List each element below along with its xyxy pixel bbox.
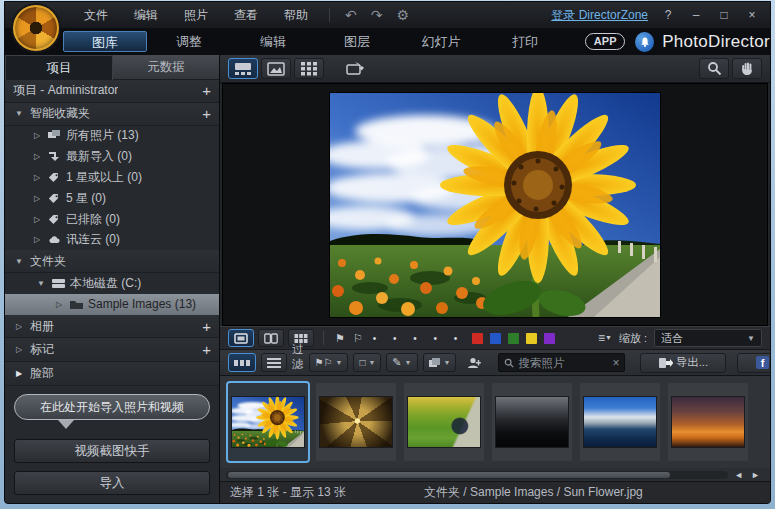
star-rating-dots[interactable]: • • • • • <box>373 333 465 344</box>
video-snapshot-button[interactable]: 视频截图快手 <box>14 439 210 463</box>
expander-closed-icon[interactable]: ▷ <box>13 322 25 331</box>
thumbnail-sun-flower[interactable] <box>228 383 308 461</box>
rating-filter-dropdown[interactable]: □▼ <box>353 353 381 372</box>
export-button[interactable]: 导出... <box>640 353 726 373</box>
tab-adjustment[interactable]: 调整 <box>147 31 231 52</box>
settings-gear-icon[interactable]: ⚙ <box>389 7 416 23</box>
expander-open-icon[interactable]: ▼ <box>13 109 25 118</box>
viewer-mode-compare-button[interactable] <box>258 329 284 347</box>
expander-closed-icon[interactable]: ▷ <box>31 194 43 203</box>
maximize-button[interactable]: □ <box>716 8 732 22</box>
scroll-left-icon[interactable]: ◄ <box>734 470 743 480</box>
share-facebook-button[interactable]: f 共享... <box>737 353 771 373</box>
undo-icon[interactable]: ↶ <box>338 7 364 23</box>
thumbnail-sunset[interactable] <box>668 383 748 461</box>
viewer-mode-single-button[interactable] <box>228 329 254 347</box>
tree-item-five-star[interactable]: ▷ 5 星 (0) <box>5 188 219 209</box>
zoom-tool-button[interactable] <box>699 58 729 79</box>
search-input[interactable] <box>518 357 608 369</box>
tab-slideshow[interactable]: 幻灯片 <box>399 31 483 52</box>
tab-print[interactable]: 打印 <box>483 31 567 52</box>
add-face-tag-button[interactable] <box>461 353 487 372</box>
tab-edit[interactable]: 编辑 <box>231 31 315 52</box>
photo-sun-flower[interactable] <box>330 93 660 317</box>
expander-closed-icon[interactable]: ▷ <box>31 235 43 244</box>
filmstrip-view-button[interactable] <box>228 353 256 372</box>
zoom-level-dropdown[interactable]: 适合 ▼ <box>654 329 762 347</box>
tree-item-local-disk[interactable]: ▼ 本地磁盘 (C:) <box>5 273 219 294</box>
tree-item-one-star-up[interactable]: ▷ 1 星或以上 (0) <box>5 167 219 188</box>
expander-closed-icon[interactable]: ▷ <box>31 152 43 161</box>
flag-filter-dropdown[interactable]: ⚑⚐▼ <box>309 353 349 372</box>
view-grid-button[interactable] <box>294 58 324 79</box>
search-box[interactable]: × <box>498 353 625 372</box>
faces-header[interactable]: ▶ 脸部 <box>5 362 219 386</box>
import-button[interactable]: 导入 <box>14 471 210 495</box>
redo-icon[interactable]: ↷ <box>364 7 390 23</box>
tree-item-rejected[interactable]: ▷ 已排除 (0) <box>5 209 219 230</box>
expander-closed-icon[interactable]: ▷ <box>31 131 43 140</box>
add-smart-collection-button[interactable]: + <box>202 106 211 121</box>
add-project-button[interactable]: + <box>202 83 211 98</box>
thumbnail-mountain-lake[interactable] <box>580 383 660 461</box>
main-panel: ⚑ ⚐ • • • • • ≡▼ 缩放 : 适合 ▼ <box>220 55 770 503</box>
expander-closed-icon[interactable]: ▷ <box>31 173 43 182</box>
clear-search-icon[interactable]: × <box>612 356 619 370</box>
sidebar-tab-metadata[interactable]: 元数据 <box>113 55 219 80</box>
add-album-button[interactable]: + <box>202 319 211 334</box>
minimize-button[interactable]: – <box>688 8 704 22</box>
close-button[interactable]: × <box>744 8 760 22</box>
sort-order-button[interactable]: ≡▼ <box>598 331 612 345</box>
tree-item-sample-images[interactable]: ▷ Sample Images (13) <box>5 294 219 315</box>
stack-filter-dropdown[interactable]: ▼ <box>423 353 457 372</box>
label-filter-dropdown[interactable]: ✎▼ <box>386 353 417 372</box>
view-thumbnail-preview-button[interactable] <box>228 58 258 79</box>
smart-collection-header[interactable]: ▼ 智能收藏夹 + <box>5 103 219 126</box>
app-badge[interactable]: APP <box>585 33 626 50</box>
menu-edit[interactable]: 编辑 <box>121 2 171 28</box>
tree-item-all-photos[interactable]: ▷ 所有照片 (13) <box>5 126 219 147</box>
menu-file[interactable]: 文件 <box>71 2 121 28</box>
list-view-button[interactable] <box>261 353 287 372</box>
color-label-yellow[interactable] <box>526 333 537 344</box>
expander-collapsed-filled-icon[interactable]: ▶ <box>13 369 25 378</box>
login-directorzone-link[interactable]: 登录 DirectorZone <box>551 7 648 24</box>
expander-closed-icon[interactable]: ▷ <box>13 345 25 354</box>
rotate-photo-button[interactable] <box>340 58 370 79</box>
flag-set-icon[interactable]: ⚑ <box>333 332 347 345</box>
tags-header[interactable]: ▷ 标记 + <box>5 338 219 362</box>
sidebar-tab-project[interactable]: 项目 <box>5 55 113 80</box>
project-header: 项目 - Administrator + <box>5 80 219 103</box>
expander-open-icon[interactable]: ▼ <box>13 257 25 266</box>
thumbnail-dark-landscape[interactable] <box>492 383 572 461</box>
flag-reject-icon[interactable]: ⚐ <box>351 332 365 345</box>
menu-photo[interactable]: 照片 <box>171 2 221 28</box>
notification-bell-icon[interactable] <box>635 32 654 52</box>
color-label-blue[interactable] <box>490 333 501 344</box>
expander-open-icon[interactable]: ▼ <box>35 279 47 288</box>
view-single-image-button[interactable] <box>261 58 291 79</box>
photo-viewer[interactable] <box>222 83 768 326</box>
color-label-purple[interactable] <box>544 333 555 344</box>
tab-layers[interactable]: 图层 <box>315 31 399 52</box>
folders-header[interactable]: ▼ 文件夹 <box>5 250 219 273</box>
help-button[interactable]: ? <box>660 8 676 22</box>
expander-closed-icon[interactable]: ▷ <box>53 300 65 309</box>
scrollbar-track[interactable] <box>226 471 728 479</box>
tree-item-latest-import[interactable]: ▷ 最新导入 (0) <box>5 146 219 167</box>
expander-closed-icon[interactable]: ▷ <box>31 215 43 224</box>
add-tag-button[interactable]: + <box>202 342 211 357</box>
albums-header[interactable]: ▷ 相册 + <box>5 315 219 339</box>
menu-view[interactable]: 查看 <box>221 2 271 28</box>
thumbnail-bicycle-field[interactable] <box>404 383 484 461</box>
color-label-green[interactable] <box>508 333 519 344</box>
module-tab-bar: 图库 调整 编辑 图层 幻灯片 打印 APP PhotoDirector <box>5 28 770 55</box>
pan-hand-tool-button[interactable] <box>732 58 762 79</box>
scrollbar-thumb[interactable] <box>228 472 670 478</box>
color-label-red[interactable] <box>472 333 483 344</box>
tree-item-cyberlink-cloud[interactable]: ▷ 讯连云 (0) <box>5 230 219 251</box>
menu-help[interactable]: 帮助 <box>271 2 321 28</box>
tab-library[interactable]: 图库 <box>63 31 147 52</box>
scroll-right-icon[interactable]: ► <box>751 470 760 480</box>
thumbnail-spiral-stairs[interactable] <box>316 383 396 461</box>
